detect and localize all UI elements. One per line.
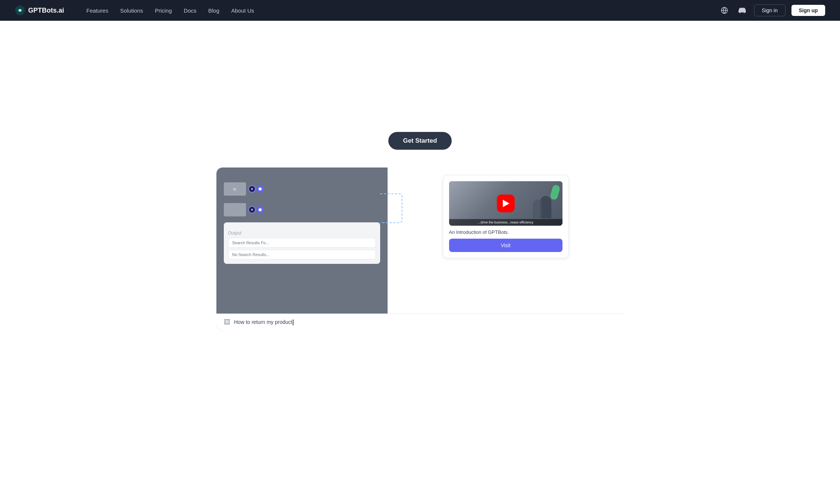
output-node-2: No Search Results... [228, 250, 376, 259]
logo-icon [15, 5, 25, 16]
chat-input-text[interactable]: How to return my product [234, 319, 293, 325]
visit-button[interactable]: Visit [449, 239, 562, 252]
output-label: Output [228, 231, 376, 236]
node-dot-1b [256, 185, 264, 193]
nav-features[interactable]: Features [86, 7, 108, 14]
chat-input-value: How to return my product [234, 319, 292, 325]
get-started-wrapper: Get Started [0, 132, 840, 159]
nav-pricing[interactable]: Pricing [155, 7, 172, 14]
node-dot-2b [256, 206, 264, 213]
signup-button[interactable]: Sign up [791, 5, 825, 16]
nav-solutions[interactable]: Solutions [120, 7, 143, 14]
output-node-1: Search Results Fo... [228, 238, 376, 248]
page-wrapper: GPTBots.ai Features Solutions Pricing Do… [0, 0, 840, 504]
video-card: ...drive the business...rease efficiency… [443, 175, 569, 258]
svg-point-1 [19, 9, 21, 11]
dashed-connector [380, 193, 402, 223]
right-panel: ...drive the business...rease efficiency… [388, 168, 624, 331]
navbar: GPTBots.ai Features Solutions Pricing Do… [0, 0, 840, 21]
chat-input-bar: 🖼 How to return my product [216, 314, 624, 331]
nav-about[interactable]: About Us [231, 7, 254, 14]
left-panel: in [216, 168, 388, 331]
translate-icon[interactable] [718, 4, 730, 16]
discord-icon[interactable] [736, 4, 748, 16]
workflow-node-1: in [224, 182, 246, 196]
signin-button[interactable]: Sign in [754, 4, 786, 16]
logo-text: GPTBots.ai [28, 7, 64, 14]
demo-container: in [216, 168, 624, 331]
get-started-button[interactable]: Get Started [388, 132, 452, 150]
content-area: Get Started in [0, 0, 840, 331]
youtube-play-button[interactable] [497, 195, 515, 212]
person-silhouette-2 [533, 200, 542, 218]
node-dot-1a [248, 185, 256, 193]
navbar-right: Sign in Sign up [718, 4, 825, 16]
video-description: An Introduction of GPTBots. [449, 229, 562, 235]
node-controls-2 [248, 206, 264, 213]
logo[interactable]: GPTBots.ai [15, 5, 64, 16]
workflow-node-2 [224, 203, 246, 216]
cursor [293, 319, 293, 325]
nav-blog[interactable]: Blog [208, 7, 219, 14]
nav-links: Features Solutions Pricing Docs Blog Abo… [86, 7, 704, 14]
node-dot-2a [248, 206, 256, 213]
chat-image-icon: 🖼 [224, 318, 230, 326]
video-thumbnail: ...drive the business...rease efficiency [449, 181, 562, 226]
output-section: Output Search Results Fo... No Search Re… [224, 222, 380, 264]
hero-space [0, 21, 840, 132]
thumbnail-caption: ...drive the business...rease efficiency [449, 219, 562, 226]
nav-docs[interactable]: Docs [184, 7, 196, 14]
node-controls-1 [248, 185, 264, 193]
